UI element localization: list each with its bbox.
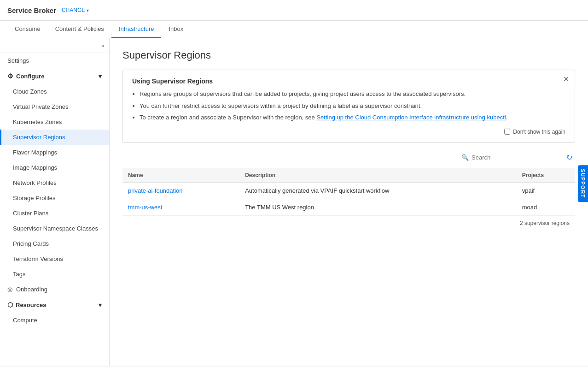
col-header-description: Description [239, 168, 517, 182]
change-button[interactable]: CHANGE ▾ [62, 7, 89, 13]
chevron-down-icon: ▾ [99, 302, 102, 308]
data-table: Name Description Projects private-ai-fou… [122, 168, 575, 216]
sidebar-item-pricing-cards[interactable]: Pricing Cards [0, 236, 109, 251]
gear-icon: ⚙ [7, 72, 13, 80]
sidebar-item-network-profiles[interactable]: Network Profiles [0, 175, 109, 190]
sidebar-item-image-mappings[interactable]: Image Mappings [0, 160, 109, 175]
table-row[interactable]: private-ai-foundation Automatically gene… [122, 182, 575, 199]
sidebar-item-cloud-zones[interactable]: Cloud Zones [0, 84, 109, 99]
table-footer: 2 supervisor regions [122, 216, 575, 230]
table-header: Name Description Projects [122, 168, 575, 182]
main-content: Supervisor Regions Using Supervisor Regi… [110, 38, 588, 366]
sidebar-section-configure[interactable]: ⚙ Configure ▾ [0, 68, 109, 84]
sidebar: « Settings ⚙ Configure ▾ Cloud Zones Vir… [0, 38, 110, 366]
support-tab[interactable]: SUPPORT [578, 165, 588, 202]
dont-show-checkbox[interactable] [504, 129, 510, 135]
sidebar-item-tags[interactable]: Tags [0, 266, 109, 282]
cell-projects-0: vpaif [517, 182, 575, 199]
cell-name-0[interactable]: private-ai-foundation [122, 182, 239, 199]
cell-projects-1: moad [517, 199, 575, 215]
cell-description-1: The TMM US West region [239, 199, 517, 215]
info-bullet-3: To create a region and associate a Super… [140, 113, 565, 122]
col-header-projects: Projects [517, 168, 575, 182]
refresh-button[interactable]: ↻ [564, 152, 575, 163]
data-table-wrapper: Name Description Projects private-ai-fou… [122, 168, 575, 230]
chevron-down-icon: ▾ [99, 73, 102, 80]
sidebar-item-settings[interactable]: Settings [0, 53, 109, 68]
sidebar-item-supervisor-regions[interactable]: Supervisor Regions [0, 130, 109, 145]
info-box: Using Supervisor Regions ✕ Regions are g… [122, 70, 575, 143]
tab-content-policies[interactable]: Content & Policies [48, 21, 111, 38]
search-icon: 🔍 [461, 154, 469, 161]
sidebar-section-resources[interactable]: ⬡ Resources ▾ [0, 297, 109, 313]
sidebar-item-kubernetes-zones[interactable]: Kubernetes Zones [0, 114, 109, 130]
nav-tabs: Consume Content & Policies Infrastructur… [0, 21, 588, 38]
cell-name-1[interactable]: tmm-us-west [122, 199, 239, 215]
info-box-title: Using Supervisor Regions [132, 77, 565, 85]
sidebar-item-onboarding[interactable]: ◎ Onboarding [0, 282, 109, 297]
sidebar-item-storage-profiles[interactable]: Storage Profiles [0, 190, 109, 206]
info-box-bullets: Regions are groups of supervisors that c… [132, 89, 565, 122]
chevron-down-icon: ▾ [87, 8, 89, 13]
onboarding-icon: ◎ [7, 286, 12, 293]
kubectl-link[interactable]: Setting up the Cloud Consumption Interfa… [316, 114, 506, 121]
dont-show-section: Don't show this again [132, 129, 565, 135]
info-bullet-1: Regions are groups of supervisors that c… [140, 89, 565, 99]
table-row[interactable]: tmm-us-west The TMM US West region moad [122, 199, 575, 215]
tab-inbox[interactable]: Inbox [161, 21, 191, 38]
search-wrapper: 🔍 [459, 152, 560, 163]
info-box-close-button[interactable]: ✕ [563, 75, 569, 83]
brand-name: Service Broker [7, 6, 56, 14]
dont-show-label: Don't show this again [513, 129, 565, 135]
table-body: private-ai-foundation Automatically gene… [122, 182, 575, 215]
page-title: Supervisor Regions [122, 49, 575, 61]
sidebar-collapse-button[interactable]: « [0, 38, 109, 53]
cell-description-0: Automatically generated via VPAIF quicks… [239, 182, 517, 199]
sidebar-item-compute[interactable]: Compute [0, 313, 109, 328]
tab-consume[interactable]: Consume [7, 21, 48, 38]
top-bar: Service Broker CHANGE ▾ [0, 0, 588, 21]
sidebar-item-cluster-plans[interactable]: Cluster Plans [0, 206, 109, 221]
resources-icon: ⬡ [7, 301, 13, 308]
tab-infrastructure[interactable]: Infrastructure [111, 21, 162, 38]
sidebar-item-supervisor-namespace-classes[interactable]: Supervisor Namespace Classes [0, 221, 109, 236]
sidebar-item-virtual-private-zones[interactable]: Virtual Private Zones [0, 99, 109, 114]
sidebar-item-flavor-mappings[interactable]: Flavor Mappings [0, 145, 109, 160]
col-header-name: Name [122, 168, 239, 182]
search-input[interactable] [472, 154, 554, 161]
sidebar-item-terraform-versions[interactable]: Terraform Versions [0, 251, 109, 266]
layout: « Settings ⚙ Configure ▾ Cloud Zones Vir… [0, 38, 588, 366]
toolbar: 🔍 ↻ [122, 152, 575, 163]
info-bullet-2: You can further restrict access to super… [140, 101, 565, 111]
